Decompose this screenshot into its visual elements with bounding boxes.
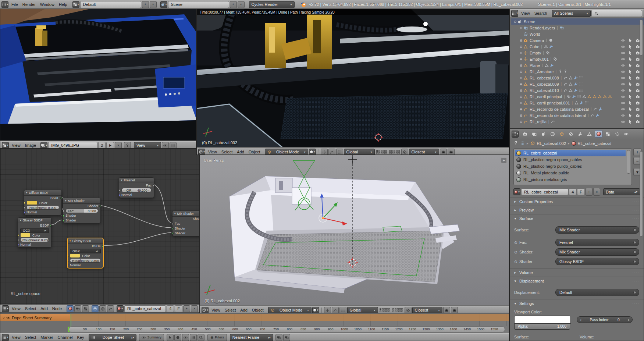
node-tree-texture-button[interactable] [82, 305, 89, 312]
node-editor-canvas[interactable]: ▾Diffuse BSDF BSDF Color Roughness: 0.00… [0, 149, 199, 305]
editor-type-outliner-button[interactable]: ▾ [511, 10, 518, 17]
scene-add-button[interactable]: + [230, 1, 237, 8]
node-material-fake-user-button[interactable]: F [175, 305, 182, 312]
outliner-item-rl-rejilla[interactable]: ⊕RL_rejilla| [511, 118, 644, 125]
toggle-renderability-icon[interactable] [636, 88, 640, 93]
toggle-visibility-icon[interactable] [621, 107, 625, 111]
menu-view[interactable]: View [209, 308, 223, 312]
material-slot-rl-cobre-cabezal[interactable]: RL_cobre_cabezal [515, 150, 626, 156]
dope-sheet-canvas[interactable]: ▽ Dope Sheet Summary 0 50100150200250300… [0, 313, 509, 333]
toggle-visibility-icon[interactable] [621, 101, 625, 105]
toggle-visibility-icon[interactable] [621, 51, 625, 55]
menu-view[interactable]: View [10, 335, 23, 340]
material-browse-button[interactable]: ▾ [513, 188, 520, 195]
outliner-item-rl-armature[interactable]: ⊕RL_Armature| [511, 68, 644, 75]
outliner-item-rl-cabezal-008[interactable]: ⊕RL_cabezal.008| [511, 75, 644, 81]
toggle-renderability-icon[interactable] [636, 76, 640, 80]
node-tree-compositing-button[interactable] [74, 305, 81, 312]
alpha-slider[interactable]: Alpha:1.000 [514, 324, 570, 330]
node-diffuse-bsdf[interactable]: ▾Diffuse BSDF BSDF Color Roughness: 0.00… [24, 190, 62, 215]
expand-icon[interactable]: ⊕ [519, 26, 523, 30]
expand-icon[interactable]: ⊕ [519, 107, 523, 111]
menu-object[interactable]: Object [250, 308, 266, 312]
shader-type-linestyle-button[interactable] [107, 305, 114, 312]
outliner-item-rl-recorrido-de-catalina-lateral[interactable]: ⊕RL_recorrido de catalina lateral| [511, 112, 644, 118]
viewport-snap-target-select[interactable]: Closest▾ [412, 307, 442, 313]
toggle-selectability-icon[interactable] [628, 88, 633, 93]
screen-add-button[interactable]: + [142, 1, 149, 8]
toggle-selectability-icon[interactable] [628, 95, 633, 99]
dope-spheres-toggle[interactable] [190, 334, 197, 341]
material-slot-rl-plastico-negro-pulido-cables[interactable]: RL_plastico negro pulido_cables [515, 163, 626, 170]
node-material-unlink-button[interactable]: × [191, 305, 198, 312]
shader-type-world-button[interactable] [99, 305, 106, 312]
properties-tab-world[interactable] [549, 130, 556, 138]
properties-tab-constraints[interactable] [567, 130, 575, 138]
menu-add[interactable]: Add [38, 306, 50, 311]
dope-ghost-toggle[interactable] [174, 334, 181, 341]
render-snap-target-select[interactable]: Closest▾ [409, 149, 439, 155]
image-pivot-button[interactable] [170, 142, 177, 149]
toggle-renderability-icon[interactable] [636, 101, 640, 105]
copy-keyframes-button[interactable] [275, 334, 282, 341]
toggle-renderability-icon[interactable] [636, 95, 640, 99]
image-fake-user-button[interactable]: F [106, 142, 114, 149]
menu-channel[interactable]: Channel [55, 335, 75, 340]
outliner-item-rl-recorrido-de-catalina-cabezal[interactable]: ⊕RL_recorrido de catalina cabezal| [511, 106, 644, 112]
render-layers-widget-2[interactable] [389, 150, 400, 154]
menu-view[interactable]: View [10, 306, 23, 311]
pin-icon[interactable] [513, 141, 518, 146]
toggle-visibility-icon[interactable] [621, 45, 625, 49]
dope-zoom-button[interactable] [198, 334, 204, 341]
node-fresnel[interactable]: ▾Fresnel Fac ‹ IOR:49.200 › Normal [119, 177, 154, 198]
toggle-visibility-icon[interactable] [621, 63, 625, 68]
toggle-visibility-icon[interactable] [621, 113, 625, 118]
menu-select[interactable]: Select [219, 150, 235, 154]
properties-tab-physics[interactable] [622, 130, 630, 138]
outliner-item-rl-cabezal-009[interactable]: ⊕RL_cabezal.009| [511, 81, 644, 87]
scene-delete-button[interactable]: × [238, 1, 245, 8]
toggle-selectability-icon[interactable] [628, 82, 633, 86]
panel-volume[interactable]: ►Volume···· [510, 268, 644, 277]
properties-tab-particles[interactable] [613, 130, 621, 138]
outliner-item-rl-carril-principal-001[interactable]: ⊕RL_carril principal.001| [511, 100, 644, 106]
dope-summary-channel[interactable]: ▽ Dope Sheet Summary [0, 314, 70, 321]
material-slot-rl-pintura-metalico-gris[interactable]: RL_pintura metalico gris [515, 176, 626, 183]
viewport-orientation-select[interactable]: Global▾ [347, 307, 378, 313]
displacement-select[interactable]: Default [555, 289, 639, 296]
menu-view[interactable]: View [206, 150, 219, 154]
toggle-selectability-icon[interactable] [628, 107, 633, 111]
image-pin-button[interactable] [124, 142, 131, 149]
viewport-color-swatch[interactable] [514, 316, 571, 324]
node-material-name-field[interactable]: RL_cobre_cabezal [124, 305, 166, 312]
toggle-renderability-icon[interactable] [636, 57, 640, 61]
timeline-ruler[interactable]: 5010015020025030035040045050055060065070… [69, 326, 505, 333]
image-draw-mode-select[interactable]: View▾ [134, 142, 161, 149]
properties-tab-object-data[interactable] [586, 130, 593, 138]
image-browse-button[interactable]: ▾ [40, 142, 47, 149]
menu-help[interactable]: Help [57, 2, 70, 7]
toggle-renderability-icon[interactable] [636, 120, 640, 124]
menu-image[interactable]: Image [23, 143, 39, 148]
outliner-scope-select[interactable]: All Scenes▾ [552, 10, 591, 17]
screen-delete-button[interactable]: × [150, 1, 157, 8]
viewport-mode-select[interactable]: Object Mode▾ [268, 307, 312, 313]
toggle-renderability-icon[interactable] [636, 82, 640, 86]
material-users-count[interactable]: 4 [569, 188, 576, 195]
outliner-item-empty-001[interactable]: ⊕Empty.001| [511, 56, 644, 62]
render-snap-toggle[interactable] [401, 149, 408, 155]
viewport-shading-select[interactable]: ▾ [312, 307, 319, 313]
render-orientation-select[interactable]: Global▾ [344, 149, 375, 155]
outliner-item-renderlayers[interactable]: ⊕RenderLayers| [511, 25, 644, 31]
image-users-count[interactable]: 2 [98, 142, 106, 149]
node-material-add-button[interactable]: + [183, 305, 190, 312]
viewport-opengl-render-button[interactable] [443, 307, 450, 313]
viewport-manipulator-rotate-button[interactable] [332, 307, 339, 313]
shader1-input-select[interactable]: Mix Shader [555, 248, 639, 256]
pass-index-stepper[interactable]: ◂Pass Index:0▸ [577, 316, 633, 323]
properties-tab-material[interactable] [595, 130, 602, 138]
outliner-item-plane[interactable]: ⊕Plane| [511, 62, 644, 68]
dope-mode-select[interactable]: Dope Sheet▴▾ [89, 334, 136, 341]
render-manipulator-scale-button[interactable] [336, 149, 343, 155]
toggle-visibility-icon[interactable] [621, 70, 625, 74]
